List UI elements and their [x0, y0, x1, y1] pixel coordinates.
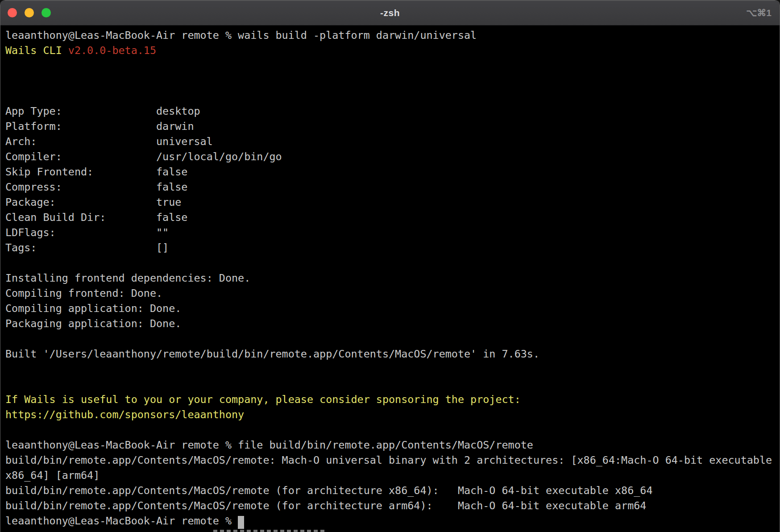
terminal-line: build/bin/remote.app/Contents/MacOS/remo…: [5, 453, 780, 468]
terminal-line: Package: true: [5, 195, 780, 210]
terminal-line: Skip Frontend: false: [5, 164, 780, 179]
titlebar[interactable]: -zsh ⌥⌘1: [0, 0, 780, 25]
terminal-line: LDFlags: "": [5, 225, 780, 240]
terminal-line: Platform: darwin: [5, 119, 780, 134]
terminal-line: x86_64] [arm64]: [5, 468, 780, 483]
terminal-line: leaanthony@Leas-MacBook-Air remote % wai…: [5, 28, 780, 43]
terminal-line: leaanthony@Leas-MacBook-Air remote %: [5, 513, 780, 528]
terminal-line: [5, 88, 780, 104]
terminal-line: Compiling frontend: Done.: [5, 286, 780, 301]
tab-shortcut-label: ⌥⌘1: [746, 0, 772, 25]
terminal-line: Built '/Users/leaanthony/remote/build/bi…: [5, 346, 780, 362]
terminal-line: Arch: universal: [5, 134, 780, 149]
terminal-line: [5, 422, 780, 437]
terminal-line: Packaging application: Done.: [5, 316, 780, 331]
terminal-line: App Type: desktop: [5, 104, 780, 119]
terminal-screen[interactable]: leaanthony@Leas-MacBook-Air remote % wai…: [0, 25, 780, 532]
terminal-line: [5, 73, 780, 88]
terminal-line: [5, 331, 780, 346]
terminal-line: leaanthony@Leas-MacBook-Air remote % fil…: [5, 437, 780, 453]
terminal-line: build/bin/remote.app/Contents/MacOS/remo…: [5, 498, 780, 513]
terminal-line: [5, 377, 780, 392]
terminal-line: [5, 255, 780, 270]
terminal-line: Compiler: /usr/local/go/bin/go: [5, 149, 780, 164]
terminal-line: Wails CLI v2.0.0-beta.15: [5, 43, 780, 58]
terminal-line: Installing frontend dependencies: Done.: [5, 270, 780, 286]
terminal-line: build/bin/remote.app/Contents/MacOS/remo…: [5, 483, 780, 498]
terminal-line: [5, 362, 780, 377]
terminal-line: Compress: false: [5, 179, 780, 195]
terminal-window: -zsh ⌥⌘1 leaanthony@Leas-MacBook-Air rem…: [0, 0, 780, 532]
terminal-cursor: [238, 516, 244, 529]
terminal-line: https://github.com/sponsors/leaanthony: [5, 407, 780, 422]
window-title: -zsh: [0, 0, 780, 25]
terminal-line: [5, 58, 780, 73]
terminal-line: Compiling application: Done.: [5, 301, 780, 316]
terminal-line: Clean Build Dir: false: [5, 210, 780, 225]
terminal-line: Tags: []: [5, 240, 780, 255]
clipped-text-sliver: [213, 530, 325, 532]
terminal-line: If Wails is useful to you or your compan…: [5, 392, 780, 407]
